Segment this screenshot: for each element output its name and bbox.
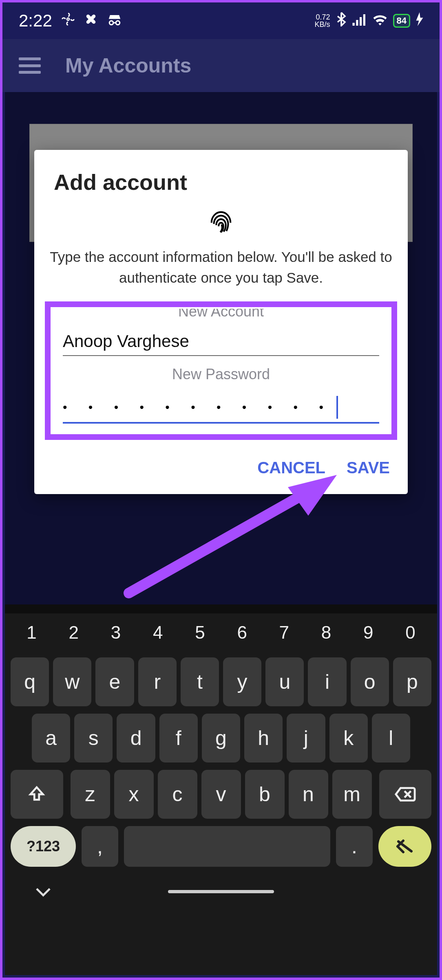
period-key[interactable]: .: [336, 826, 373, 867]
shift-key[interactable]: [11, 770, 63, 819]
dialog-title: Add account: [34, 150, 408, 206]
svg-point-3: [109, 21, 113, 25]
account-name-input[interactable]: [63, 320, 379, 356]
key-d[interactable]: d: [117, 714, 155, 762]
key-v[interactable]: v: [201, 770, 241, 819]
incognito-icon: [107, 13, 122, 29]
account-label: New Account: [63, 309, 379, 320]
key-k[interactable]: k: [329, 714, 368, 762]
letter-row-1: q w e r t y u i o p: [11, 657, 431, 706]
key-9[interactable]: 9: [347, 615, 389, 650]
key-w[interactable]: w: [53, 657, 91, 706]
key-6[interactable]: 6: [221, 615, 263, 650]
key-o[interactable]: o: [351, 657, 389, 706]
key-u[interactable]: u: [265, 657, 304, 706]
svg-point-0: [67, 18, 69, 20]
key-e[interactable]: e: [95, 657, 134, 706]
charging-icon: [416, 12, 423, 29]
comma-key[interactable]: ,: [82, 826, 118, 867]
key-a[interactable]: a: [32, 714, 70, 762]
symbols-key[interactable]: ?123: [11, 826, 76, 867]
page-title: My Accounts: [65, 54, 191, 77]
soft-keyboard: 1 2 3 4 5 6 7 8 9 0 q w e r t y u i o p …: [5, 604, 437, 975]
password-input[interactable]: • • • • • • • • • • •: [63, 386, 379, 424]
key-h[interactable]: h: [244, 714, 283, 762]
bottom-row: ?123 , .: [11, 826, 431, 867]
bandage-icon: [84, 12, 98, 29]
key-m[interactable]: m: [332, 770, 372, 819]
speed-unit: KB/s: [315, 21, 330, 28]
hide-keyboard-icon[interactable]: [35, 883, 51, 901]
password-label: New Password: [63, 366, 379, 383]
speed-value: 0.72: [315, 13, 330, 21]
save-button[interactable]: SAVE: [347, 459, 390, 477]
key-l[interactable]: l: [372, 714, 410, 762]
key-3[interactable]: 3: [95, 615, 137, 650]
key-q[interactable]: q: [11, 657, 49, 706]
key-2[interactable]: 2: [53, 615, 95, 650]
key-8[interactable]: 8: [305, 615, 347, 650]
battery-text: 84: [397, 15, 407, 26]
signal-icon: [352, 13, 367, 29]
nav-bar: [11, 874, 431, 907]
bluetooth-icon: [336, 12, 347, 30]
svg-rect-6: [356, 20, 358, 26]
key-g[interactable]: g: [202, 714, 240, 762]
key-0[interactable]: 0: [389, 615, 431, 650]
clock-text: 2:22: [19, 11, 52, 31]
text-cursor: [336, 396, 338, 419]
key-t[interactable]: t: [181, 657, 219, 706]
battery-indicator: 84: [393, 14, 410, 28]
enter-key[interactable]: [378, 826, 431, 867]
backspace-key[interactable]: [379, 770, 432, 819]
password-mask: • • • • • • • • • • •: [63, 400, 332, 414]
key-p[interactable]: p: [393, 657, 431, 706]
key-y[interactable]: y: [223, 657, 261, 706]
key-1[interactable]: 1: [11, 615, 53, 650]
number-row: 1 2 3 4 5 6 7 8 9 0: [11, 615, 431, 650]
key-j[interactable]: j: [287, 714, 325, 762]
wifi-icon: [373, 13, 387, 29]
dialog-actions: CANCEL SAVE: [34, 443, 408, 490]
key-x[interactable]: x: [114, 770, 154, 819]
key-c[interactable]: c: [158, 770, 197, 819]
network-speed: 0.72 KB/s: [315, 13, 330, 28]
key-7[interactable]: 7: [263, 615, 305, 650]
svg-point-4: [116, 21, 120, 25]
highlighted-form-area: New Account New Password • • • • • • • •…: [45, 301, 397, 440]
letter-row-3: z x c v b n m: [11, 770, 431, 819]
fingerprint-icon: [34, 206, 408, 236]
key-f[interactable]: f: [159, 714, 198, 762]
svg-rect-8: [363, 14, 365, 26]
key-5[interactable]: 5: [179, 615, 221, 650]
space-key[interactable]: [124, 826, 330, 867]
fan-icon: [61, 12, 75, 29]
key-b[interactable]: b: [245, 770, 285, 819]
key-z[interactable]: z: [71, 770, 110, 819]
dialog-message: Type the account information below. You'…: [34, 236, 408, 297]
cancel-button[interactable]: CANCEL: [257, 459, 325, 477]
menu-icon[interactable]: [19, 57, 41, 74]
app-bar: My Accounts: [2, 39, 440, 92]
letter-row-2: a s d f g h j k l: [11, 714, 431, 762]
home-indicator[interactable]: [168, 890, 274, 893]
key-s[interactable]: s: [74, 714, 113, 762]
status-right: 0.72 KB/s 84: [315, 12, 424, 30]
svg-rect-7: [360, 17, 362, 26]
key-n[interactable]: n: [289, 770, 328, 819]
key-r[interactable]: r: [138, 657, 177, 706]
key-i[interactable]: i: [308, 657, 346, 706]
status-bar: 2:22 0.72 KB/s: [2, 2, 440, 39]
add-account-dialog: Add account Type the account information…: [34, 150, 408, 494]
screen: 2:22 0.72 KB/s: [0, 0, 442, 980]
status-left: 2:22: [19, 11, 122, 31]
svg-rect-5: [352, 23, 354, 26]
key-4[interactable]: 4: [137, 615, 179, 650]
